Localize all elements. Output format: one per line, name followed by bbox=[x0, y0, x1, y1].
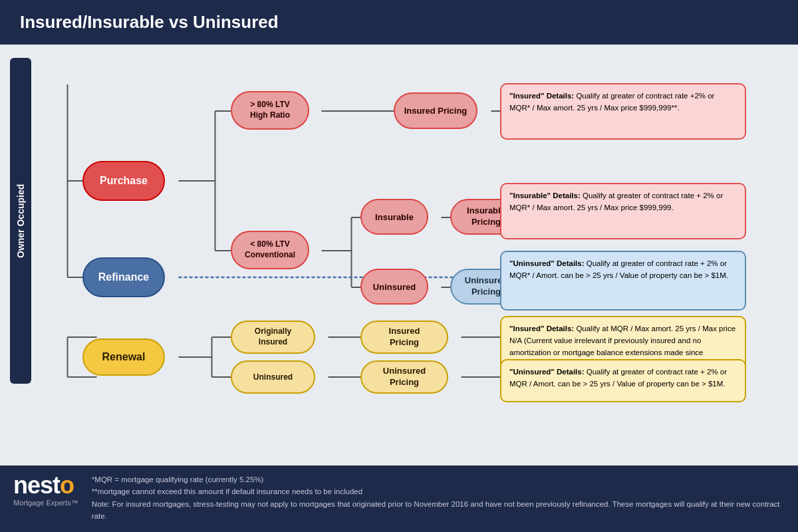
logo: nesto bbox=[13, 473, 74, 497]
content-area: Owner Occupied bbox=[0, 45, 798, 466]
uninsured-bottom-node: Uninsured bbox=[231, 360, 315, 394]
owner-occupied-label: Owner Occupied bbox=[10, 58, 31, 384]
renewal-uninsured-detail-bold: "Uninsured" Details: bbox=[509, 368, 585, 376]
refinance-node: Refinance bbox=[82, 257, 165, 297]
insured-detail-box: "Insured" Details: Qualify at greater of… bbox=[500, 83, 746, 140]
renewal-insured-detail-bold: "Insured" Details: bbox=[509, 325, 574, 332]
page-title: Insured/Insurable vs Uninsured bbox=[20, 12, 279, 32]
uninsured-top-node: Uninsured bbox=[360, 269, 428, 305]
insurable-node: Insurable bbox=[360, 199, 428, 235]
footer-note-3: Note: For insured mortgages, stress-test… bbox=[92, 498, 785, 523]
originally-insured-node: OriginallyInsured bbox=[231, 321, 315, 354]
renewal-uninsured-detail-box: "Uninsured" Details: Qualify at greater … bbox=[500, 359, 746, 402]
page-header: Insured/Insurable vs Uninsured bbox=[0, 0, 798, 45]
uninsured-pricing-bottom-node: UninsuredPricing bbox=[360, 360, 448, 394]
insured-pricing-top-node: Insured Pricing bbox=[394, 92, 477, 129]
high-ratio-node: > 80% LTVHigh Ratio bbox=[231, 91, 309, 130]
purchase-node: Purchase bbox=[82, 161, 165, 201]
insurable-detail-box: "Insurable" Details: Qualify at greater … bbox=[500, 183, 746, 239]
uninsured-top-detail-box: "Uninsured" Details: Qualify at greater … bbox=[500, 251, 746, 311]
footer-notes: *MQR = mortgage qualifying rate (current… bbox=[92, 473, 785, 523]
footer-note-1: *MQR = mortgage qualifying rate (current… bbox=[92, 473, 785, 485]
conventional-node: < 80% LTVConventional bbox=[231, 231, 309, 269]
footer-note-2: **mortgage cannot exceed this amount if … bbox=[92, 485, 785, 497]
uninsured-top-detail-bold: "Uninsured" Details: bbox=[509, 259, 585, 267]
footer: nesto Mortgage Experts™ *MQR = mortgage … bbox=[0, 466, 798, 532]
logo-dot: o bbox=[60, 471, 74, 499]
insured-pricing-bottom-node: InsuredPricing bbox=[360, 321, 448, 354]
diagram: Purchase > 80% LTVHigh Ratio < 80% LTVCo… bbox=[35, 51, 788, 397]
logo-text-nest: nest bbox=[13, 471, 60, 499]
renewal-node: Renewal bbox=[82, 338, 165, 376]
logo-subtitle: Mortgage Experts™ bbox=[13, 499, 78, 507]
insured-detail-bold: "Insured" Details: bbox=[509, 92, 574, 100]
logo-area: nesto Mortgage Experts™ bbox=[13, 473, 78, 507]
insurable-detail-bold: "Insurable" Details: bbox=[509, 192, 581, 200]
main-container: Insured/Insurable vs Uninsured Owner Occ… bbox=[0, 0, 798, 532]
